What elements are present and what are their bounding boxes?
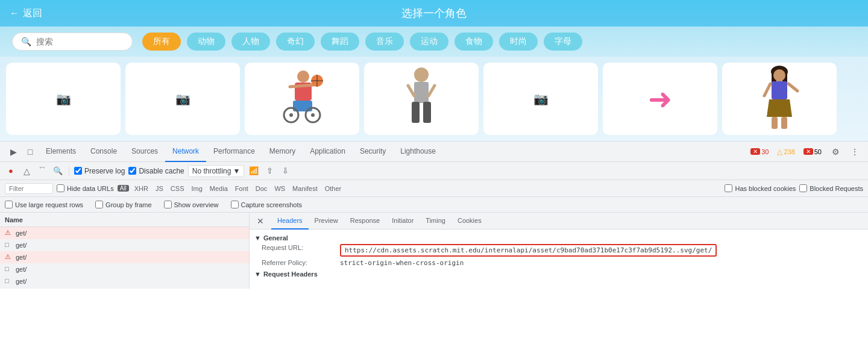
filter-js[interactable]: JS	[154, 184, 165, 193]
filter-icon[interactable]: ⎴	[36, 165, 48, 177]
tab-console[interactable]: Console	[83, 142, 124, 162]
doc-icon-3: □	[5, 277, 13, 286]
filter-font[interactable]: Font	[233, 184, 250, 193]
details-tab-response[interactable]: Response	[344, 213, 386, 230]
tab-memory[interactable]: Memory	[262, 142, 303, 162]
character-card-1[interactable]: 📷	[6, 63, 121, 135]
close-details-button[interactable]: ✕	[254, 215, 266, 227]
category-people[interactable]: 人物	[231, 33, 270, 51]
blocked-cookies-checkbox[interactable]: Has blocked cookies	[725, 184, 796, 192]
more-options-icon[interactable]: ⋮	[846, 143, 863, 160]
error-x-icon: ✕	[750, 148, 760, 155]
request-row-2[interactable]: □ get/	[0, 239, 249, 251]
filter-img[interactable]: Img	[189, 184, 204, 193]
filter-css[interactable]: CSS	[169, 184, 186, 193]
back-arrow-icon: ←	[10, 8, 19, 19]
details-tab-bar: ✕ Headers Preview Response Initiator Tim…	[250, 213, 868, 230]
character-card-7[interactable]	[722, 63, 837, 135]
record-button[interactable]: ●	[5, 165, 17, 177]
category-fantasy[interactable]: 奇幻	[276, 33, 315, 51]
clear-button[interactable]: △	[20, 165, 33, 177]
category-fashion[interactable]: 时尚	[499, 33, 538, 51]
svg-line-16	[429, 86, 435, 96]
general-section-body: Request URL: https://cdn.assets.scratch.…	[254, 243, 863, 268]
request-row-4[interactable]: □ get/	[0, 263, 249, 275]
category-food[interactable]: 食物	[454, 33, 493, 51]
search-category-bar: 🔍 所有 动物 人物 奇幻 舞蹈 音乐 运动 食物 时尚 字母	[0, 27, 868, 57]
filter-manifest[interactable]: Manifest	[291, 184, 319, 193]
search-icon: 🔍	[21, 37, 31, 46]
category-letters[interactable]: 字母	[544, 33, 582, 51]
hide-data-urls-checkbox[interactable]: Hide data URLs	[57, 184, 114, 192]
details-tab-timing[interactable]: Timing	[420, 213, 451, 230]
warning-count: 238	[784, 148, 794, 155]
disable-cache-checkbox[interactable]: Disable cache	[128, 167, 184, 175]
group-by-frame-checkbox[interactable]: Group by frame	[95, 201, 151, 208]
blocked-requests-checkbox[interactable]: Blocked Requests	[799, 184, 863, 192]
tab-performance[interactable]: Performance	[206, 142, 262, 162]
general-section-title: General	[263, 234, 288, 242]
request-row-1[interactable]: ⚠ get/	[0, 227, 249, 239]
large-rows-checkbox[interactable]: Use large request rows	[5, 201, 83, 208]
svg-point-21	[773, 69, 785, 81]
category-sports[interactable]: 运动	[410, 33, 448, 51]
details-tab-initiator[interactable]: Initiator	[386, 213, 420, 230]
search-input[interactable]	[36, 37, 121, 46]
general-section-header[interactable]: ▼ General	[254, 232, 863, 243]
tab-application[interactable]: Application	[303, 142, 353, 162]
wifi-icon[interactable]: 📶	[248, 165, 260, 177]
filter-ws[interactable]: WS	[272, 184, 287, 193]
character-card-4[interactable]	[364, 63, 479, 135]
back-button[interactable]: ← 返回	[10, 7, 42, 20]
svg-line-2	[290, 85, 314, 87]
filter-other[interactable]: Other	[323, 184, 344, 193]
request-row-5[interactable]: □ get/	[0, 275, 249, 287]
filter-doc[interactable]: Doc	[254, 184, 269, 193]
tab-network[interactable]: Network	[165, 142, 206, 162]
next-arrow-card[interactable]: ➜	[603, 63, 717, 135]
upload-icon[interactable]: ⇧	[263, 165, 275, 177]
details-tab-preview[interactable]: Preview	[309, 213, 344, 230]
character-card-2[interactable]: 📷	[125, 63, 240, 135]
download-icon[interactable]: ⇩	[279, 165, 291, 177]
request-url-value[interactable]: https://cdn.assets.scratch.mit.edu/inter…	[340, 244, 717, 257]
blocked-count: 50	[814, 148, 822, 155]
svg-rect-13	[412, 102, 420, 123]
settings-icon[interactable]: ⚙	[827, 143, 844, 160]
inspect-icon[interactable]: □	[22, 143, 39, 160]
section-collapse-icon-2: ▼	[254, 270, 261, 278]
search-box[interactable]: 🔍	[12, 33, 133, 51]
details-content: ▼ General Request URL: https://cdn.asset…	[250, 230, 868, 289]
warning-triangle-icon: △	[777, 148, 782, 156]
search-icon[interactable]: 🔍	[52, 165, 64, 177]
category-dance[interactable]: 舞蹈	[321, 33, 359, 51]
tab-sources[interactable]: Sources	[124, 142, 165, 162]
filter-input[interactable]	[5, 183, 53, 194]
category-animals[interactable]: 动物	[187, 33, 225, 51]
capture-screenshots-checkbox[interactable]: Capture screenshots	[231, 201, 303, 208]
throttling-dropdown[interactable]: No throttling ▼	[188, 165, 245, 177]
preserve-log-checkbox[interactable]: Preserve log	[74, 167, 125, 175]
image-placeholder-icon: 📷	[175, 92, 190, 106]
tab-lighthouse[interactable]: Lighthouse	[393, 142, 443, 162]
request-headers-section-header[interactable]: ▼ Request Headers	[254, 268, 863, 279]
show-overview-checkbox[interactable]: Show overview	[164, 201, 219, 208]
character-card-5[interactable]: 📷	[483, 63, 598, 135]
category-music[interactable]: 音乐	[365, 33, 404, 51]
request-row-3[interactable]: ⚠ get/	[0, 251, 249, 263]
character-card-3[interactable]	[245, 63, 359, 135]
devtools-error-badges: ✕ 30 △ 238 ✕ 50 ⚙ ⋮	[747, 143, 863, 160]
all-filter-badge[interactable]: All	[118, 185, 129, 192]
page-title: 选择一个角色	[401, 6, 467, 20]
wheelchair-basketball-character	[272, 66, 332, 132]
details-tab-cookies[interactable]: Cookies	[451, 213, 488, 230]
cursor-icon[interactable]: ▶	[5, 143, 22, 160]
category-all[interactable]: 所有	[142, 33, 181, 51]
tab-security[interactable]: Security	[353, 142, 393, 162]
section-collapse-icon: ▼	[254, 234, 261, 242]
svg-point-9	[289, 113, 293, 117]
filter-xhr[interactable]: XHR	[133, 184, 150, 193]
tab-elements[interactable]: Elements	[39, 142, 83, 162]
details-tab-headers[interactable]: Headers	[271, 213, 309, 230]
filter-media[interactable]: Media	[208, 184, 230, 193]
